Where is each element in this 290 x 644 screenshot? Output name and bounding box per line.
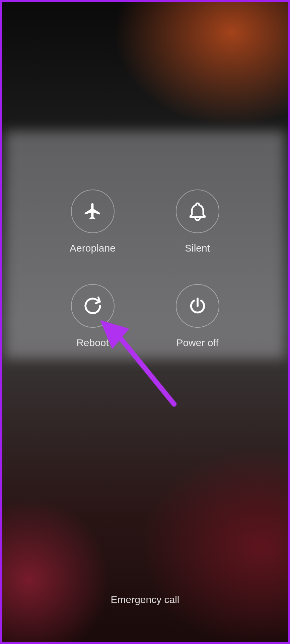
power-off-label: Power off [176,337,218,348]
power-off-button[interactable]: Power off [176,284,219,348]
restart-icon [71,284,115,328]
emergency-call-button[interactable]: Emergency call [0,594,290,605]
aeroplane-button[interactable]: Aeroplane [70,190,116,254]
silent-button[interactable]: Silent [176,190,219,254]
silent-label: Silent [185,243,210,254]
reboot-label: Reboot [76,337,109,348]
power-menu: Aeroplane Silent Reboot Power of [0,190,290,348]
power-icon [176,284,219,328]
reboot-button[interactable]: Reboot [71,284,115,348]
aeroplane-label: Aeroplane [70,243,116,254]
airplane-icon [71,190,115,233]
bell-icon [176,190,219,233]
